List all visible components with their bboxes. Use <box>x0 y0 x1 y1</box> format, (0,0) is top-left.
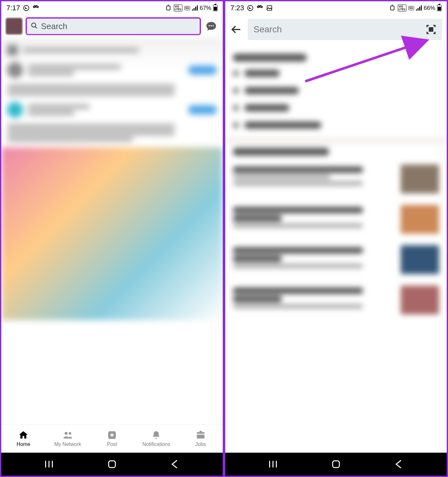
search-icon <box>31 21 38 31</box>
svg-point-3 <box>209 25 210 27</box>
signal-icon <box>416 5 422 11</box>
home-icon <box>18 430 28 440</box>
battery-icon <box>213 5 218 11</box>
svg-rect-1 <box>166 6 170 10</box>
search-input[interactable]: Search <box>248 19 442 40</box>
profile-avatar[interactable] <box>6 18 22 35</box>
right-screenshot: 7:23 Vo)LTE1 5G 66% Search <box>225 1 447 476</box>
svg-point-6 <box>65 432 68 435</box>
volte-icon: Vo)LTE1 <box>174 4 182 12</box>
home-button[interactable] <box>106 458 118 470</box>
svg-rect-14 <box>332 461 339 468</box>
battery-icon <box>437 5 442 11</box>
messaging-button[interactable] <box>204 19 218 33</box>
back-button[interactable] <box>393 458 405 470</box>
search-placeholder: Search <box>41 21 67 31</box>
status-bar: 7:23 Vo)LTE1 5G 66% <box>225 1 447 15</box>
search-suggestions-blurred <box>225 44 447 453</box>
left-screenshot: 7:17 Vo)LTE1 5G 67% <box>1 1 223 476</box>
recents-button[interactable] <box>43 458 55 470</box>
briefcase-icon <box>196 430 206 440</box>
svg-rect-9 <box>108 461 115 468</box>
android-nav-bar <box>1 453 223 476</box>
5g-icon: 5G <box>184 6 190 10</box>
volte-icon: Vo)LTE1 <box>398 4 406 12</box>
recents-button[interactable] <box>267 458 279 470</box>
bell-icon <box>151 430 161 440</box>
svg-point-2 <box>32 23 36 27</box>
nav-post-label: Post <box>107 441 117 447</box>
svg-rect-13 <box>429 28 433 31</box>
nav-jobs-label: Jobs <box>195 441 206 447</box>
missed-call-icon <box>256 4 263 12</box>
5g-icon: 5G <box>408 6 414 10</box>
nav-jobs[interactable]: Jobs <box>179 424 223 453</box>
alarm-icon <box>389 4 396 12</box>
search-header: Search <box>225 15 447 44</box>
post-icon <box>107 430 117 440</box>
clock: 7:23 <box>230 4 244 12</box>
whatsapp-icon <box>247 4 254 12</box>
nav-home-label: Home <box>17 441 30 447</box>
svg-point-10 <box>248 5 253 11</box>
svg-point-4 <box>211 25 212 27</box>
back-arrow[interactable] <box>230 23 243 36</box>
battery-percent: 67% <box>200 5 211 12</box>
svg-rect-11 <box>267 6 272 11</box>
image-icon <box>266 4 273 12</box>
nav-home[interactable]: Home <box>1 424 45 453</box>
whatsapp-icon <box>23 4 30 12</box>
app-header: Search <box>1 15 223 38</box>
svg-rect-12 <box>390 6 394 10</box>
svg-point-0 <box>24 5 29 11</box>
android-nav-bar <box>225 453 447 476</box>
svg-point-7 <box>68 432 71 435</box>
feed-content-blurred <box>1 38 223 424</box>
nav-notifications[interactable]: Notifications <box>134 424 178 453</box>
network-icon <box>63 430 73 440</box>
alarm-icon <box>165 4 172 12</box>
signal-icon <box>192 5 198 11</box>
clock: 7:17 <box>6 4 20 12</box>
nav-network-label: My Network <box>54 441 81 447</box>
qr-scan-icon[interactable] <box>426 24 436 35</box>
nav-post[interactable]: Post <box>90 424 134 453</box>
home-button[interactable] <box>330 458 342 470</box>
status-bar: 7:17 Vo)LTE1 5G 67% <box>1 1 223 15</box>
back-button[interactable] <box>169 458 181 470</box>
missed-call-icon <box>32 4 39 12</box>
nav-network[interactable]: My Network <box>45 424 90 453</box>
search-placeholder: Search <box>253 24 282 35</box>
svg-point-5 <box>212 25 214 27</box>
nav-notifications-label: Notifications <box>142 441 170 447</box>
bottom-nav: Home My Network Post Notifications Jobs <box>1 424 223 453</box>
battery-percent: 66% <box>424 5 435 12</box>
search-input[interactable]: Search <box>26 18 200 35</box>
